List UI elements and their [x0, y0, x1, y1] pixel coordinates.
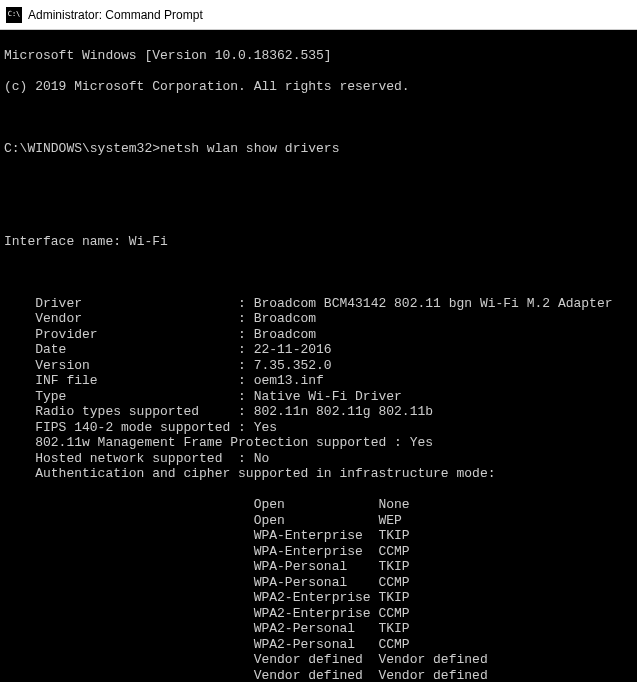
prompt-line-1: C:\WINDOWS\system32>netsh wlan show driv…	[4, 141, 633, 157]
auth-pair: WPA-Enterprise CCMP	[4, 544, 633, 560]
blank-line	[4, 265, 633, 281]
auth-pair: Open WEP	[4, 513, 633, 529]
field-provider: Provider : Broadcom	[4, 327, 633, 343]
auth-pair: WPA-Personal CCMP	[4, 575, 633, 591]
field-inf: INF file : oem13.inf	[4, 373, 633, 389]
interface-line: Interface name: Wi-Fi	[4, 234, 633, 250]
terminal-output[interactable]: Microsoft Windows [Version 10.0.18362.53…	[0, 30, 637, 682]
auth-pair: WPA-Enterprise TKIP	[4, 528, 633, 544]
auth-pair: Open None	[4, 497, 633, 513]
auth-header: Authentication and cipher supported in i…	[4, 466, 633, 482]
blank-line	[4, 203, 633, 219]
field-vendor: Vendor : Broadcom	[4, 311, 633, 327]
blank-line	[4, 110, 633, 126]
auth-pair: Vendor defined Vendor defined	[4, 668, 633, 683]
field-version: Version : 7.35.352.0	[4, 358, 633, 374]
auth-pair: WPA2-Personal CCMP	[4, 637, 633, 653]
field-date: Date : 22-11-2016	[4, 342, 633, 358]
auth-pair: WPA2-Personal TKIP	[4, 621, 633, 637]
cmd-icon	[6, 7, 22, 23]
field-hosted: Hosted network supported : No	[4, 451, 633, 467]
prompt-path: C:\WINDOWS\system32>	[4, 141, 160, 156]
auth-pair: WPA2-Enterprise CCMP	[4, 606, 633, 622]
blank-line	[4, 172, 633, 188]
command-text: netsh wlan show drivers	[160, 141, 339, 156]
field-fips: FIPS 140-2 mode supported : Yes	[4, 420, 633, 436]
os-version-line: Microsoft Windows [Version 10.0.18362.53…	[4, 48, 633, 64]
copyright-line: (c) 2019 Microsoft Corporation. All righ…	[4, 79, 633, 95]
field-mfp: 802.11w Management Frame Protection supp…	[4, 435, 633, 451]
field-radio: Radio types supported : 802.11n 802.11g …	[4, 404, 633, 420]
auth-pair: WPA2-Enterprise TKIP	[4, 590, 633, 606]
field-type: Type : Native Wi-Fi Driver	[4, 389, 633, 405]
field-driver: Driver : Broadcom BCM43142 802.11 bgn Wi…	[4, 296, 633, 312]
window-titlebar[interactable]: Administrator: Command Prompt	[0, 0, 637, 30]
auth-pair: Vendor defined Vendor defined	[4, 652, 633, 668]
auth-pair: WPA-Personal TKIP	[4, 559, 633, 575]
window-title: Administrator: Command Prompt	[28, 8, 203, 22]
